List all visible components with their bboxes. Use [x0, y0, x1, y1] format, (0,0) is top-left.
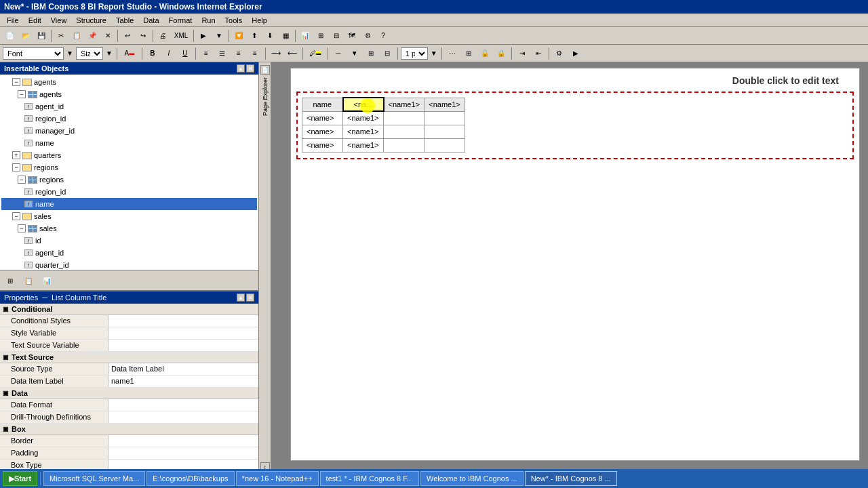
tree-item-quarter-id[interactable]: f quarter_id	[1, 259, 257, 270]
xml-button[interactable]: XML	[171, 29, 191, 43]
properties-close-button[interactable]: ✕	[246, 293, 254, 302]
menu-file[interactable]: File	[3, 15, 23, 26]
tree-item-sales-table[interactable]: − sales	[1, 222, 257, 235]
taskbar-cognos-current[interactable]: New* - IBM Cognos 8 ...	[525, 471, 617, 486]
tree-item-name-agents[interactable]: f name	[1, 137, 257, 149]
section-data[interactable]: ▣ Data	[0, 388, 258, 399]
redo-button[interactable]: ↪	[136, 29, 151, 43]
sales-table-label[interactable]: sales	[39, 224, 57, 232]
manager-id-label[interactable]: manager_id	[35, 127, 75, 135]
align-right-button[interactable]: ≡	[231, 47, 246, 60]
tree-item-agents-table[interactable]: − agents	[1, 88, 257, 100]
italic-button[interactable]: I	[161, 47, 176, 60]
unlock-button[interactable]: 🔓	[477, 47, 492, 60]
style-variable-value[interactable]	[108, 327, 258, 339]
row3-col2[interactable]: <name1>	[343, 138, 384, 152]
merge-button[interactable]: ⊞	[461, 47, 476, 60]
indent-button[interactable]: ⟶	[269, 47, 283, 60]
border-style-button[interactable]: ─	[331, 47, 346, 60]
conditional-styles-value[interactable]	[108, 315, 258, 327]
map-button[interactable]: 🗺	[344, 29, 359, 43]
source-type-value[interactable]: Data Item Label	[108, 363, 258, 375]
increase-indent-button[interactable]: ⇥	[515, 47, 530, 60]
regions-label[interactable]: regions	[34, 163, 58, 171]
sales-label[interactable]: sales	[34, 212, 52, 220]
menu-run[interactable]: Run	[197, 15, 219, 26]
section-conditional[interactable]: ▣ Conditional	[0, 304, 258, 315]
font-select[interactable]: Font	[3, 47, 64, 60]
page-explorer-icon1[interactable]: 📄	[260, 65, 270, 75]
section-box[interactable]: ▣ Box	[0, 424, 258, 435]
crosstab-button[interactable]: ⊞	[313, 29, 328, 43]
name-regions-label[interactable]: name	[35, 200, 54, 208]
align-center-button[interactable]: ☰	[215, 47, 230, 60]
filter-button[interactable]: 🔽	[231, 29, 246, 43]
quarter-id-label[interactable]: quarter_id	[35, 261, 69, 269]
tree-item-region-id[interactable]: f region_id	[1, 113, 257, 125]
chart-button[interactable]: 📊	[298, 29, 313, 43]
menu-edit[interactable]: Edit	[24, 15, 45, 26]
size-select[interactable]: Size	[76, 47, 103, 60]
open-button[interactable]: 📂	[18, 29, 33, 43]
menu-help[interactable]: Help	[248, 15, 271, 26]
taskbar-sqlserver[interactable]: Microsoft SQL Server Ma...	[43, 471, 145, 486]
help-button[interactable]: ?	[376, 29, 391, 43]
text-source-variable-value[interactable]	[108, 340, 258, 351]
row2-col4[interactable]	[425, 125, 465, 138]
taskbar-cognos-test[interactable]: test1 * - IBM Cognos 8 F...	[320, 471, 419, 486]
sales-table-toggle[interactable]: −	[18, 224, 26, 232]
sales-toggle[interactable]: −	[12, 212, 20, 220]
menu-format[interactable]: Format	[165, 15, 197, 26]
new-button[interactable]: 📄	[3, 29, 18, 43]
tree-item-agent-id[interactable]: f agent_id	[1, 100, 257, 113]
quarters-label[interactable]: quarters	[34, 151, 61, 159]
align-left-button[interactable]: ≡	[199, 47, 214, 60]
table-grid-button[interactable]: ⊞	[363, 47, 378, 60]
underline-button[interactable]: U	[178, 47, 193, 60]
regions-toggle[interactable]: −	[12, 163, 20, 171]
tree-item-region-id2[interactable]: f region_id	[1, 186, 257, 198]
font-color-button[interactable]: A▬	[120, 47, 139, 60]
save-button[interactable]: 💾	[34, 29, 49, 43]
col-name1-2[interactable]: <name1>	[425, 98, 465, 111]
paste-button[interactable]: 📌	[85, 29, 100, 43]
menu-view[interactable]: View	[47, 15, 71, 26]
run2-button[interactable]: ▶	[568, 47, 583, 60]
undo-button[interactable]: ↩	[120, 29, 135, 43]
id-label[interactable]: id	[35, 237, 41, 245]
cut-button[interactable]: ✂	[54, 29, 68, 43]
menu-structure[interactable]: Structure	[72, 15, 111, 26]
border-weight-dropdown[interactable]: ▼	[431, 49, 437, 57]
tree-item-id[interactable]: f id	[1, 235, 257, 247]
panel-icon2[interactable]: 📋	[20, 273, 37, 288]
dbl-click-text[interactable]: Double click to edit text	[291, 68, 859, 86]
report-body[interactable]: name <na... <name1> <name1> <name> <name…	[296, 92, 854, 159]
agents-label[interactable]: agents	[34, 78, 56, 86]
row3-col1[interactable]: <name>	[302, 138, 343, 152]
agents-table-toggle[interactable]: −	[18, 90, 26, 98]
bold-button[interactable]: B	[145, 47, 160, 60]
menu-data[interactable]: Data	[139, 15, 163, 26]
panel-icon3[interactable]: 📊	[39, 273, 55, 288]
taskbar-backups[interactable]: E:\cognos\DB\backups	[146, 471, 234, 486]
agent-id2-label[interactable]: agent_id	[35, 249, 64, 257]
more-format-button[interactable]: ⋯	[445, 47, 460, 60]
tree-item-name-regions[interactable]: f name	[1, 198, 257, 210]
row1-col1[interactable]: <name>	[302, 111, 343, 125]
drill-through-value[interactable]	[108, 411, 258, 423]
table-button[interactable]: ⊟	[329, 29, 344, 43]
agents-table-label[interactable]: agents	[39, 90, 62, 98]
delete-button[interactable]: ✕	[100, 29, 115, 43]
tree-item-regions-table[interactable]: − regions	[1, 174, 257, 186]
row2-col2[interactable]: <name1>	[343, 125, 384, 138]
agents-toggle[interactable]: −	[12, 78, 20, 86]
col-name1-1[interactable]: <name1>	[384, 98, 425, 111]
border-value[interactable]	[108, 435, 258, 447]
name-agents-label[interactable]: name	[35, 139, 54, 147]
taskbar-cognos-welcome[interactable]: Welcome to IBM Cognos ...	[420, 471, 524, 486]
border-dropdown[interactable]: ▼	[347, 47, 362, 60]
regions-table-label[interactable]: regions	[39, 176, 64, 184]
regions-table-toggle[interactable]: −	[18, 176, 26, 184]
canvas-area[interactable]: Double click to edit text name <na... <n…	[285, 62, 868, 474]
run-button[interactable]: ▶	[196, 29, 211, 43]
